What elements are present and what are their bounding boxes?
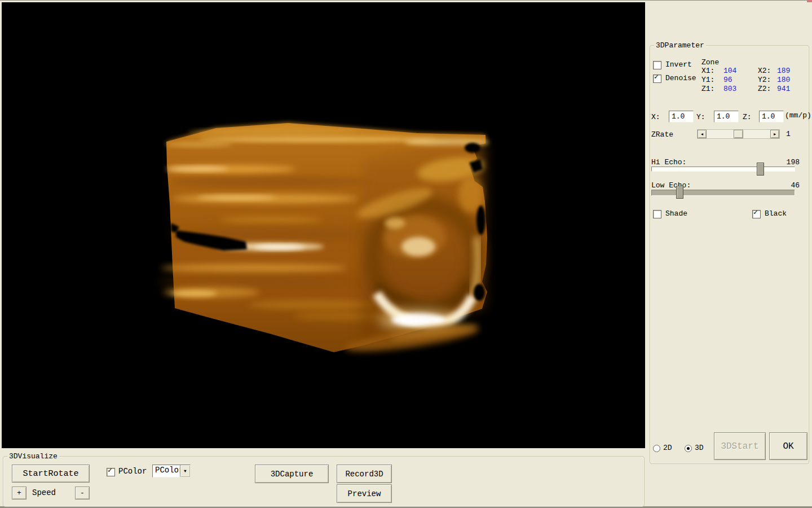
scroll-right-icon[interactable]: ► [770, 130, 779, 138]
check-icon: ✓ [753, 208, 758, 217]
shade-label: Shade [665, 209, 687, 218]
denoise-checkbox[interactable]: ✓ [653, 75, 661, 83]
close-button-sliver [807, 0, 812, 2]
capture-3d-button[interactable]: 3DCapture [255, 465, 329, 483]
zrate-scrollbar-thumb[interactable] [734, 130, 743, 138]
record-3d-button[interactable]: Record3D [337, 465, 392, 483]
pcolor-combobox-value: PColor [153, 465, 180, 477]
black-checkbox[interactable]: ✓ [752, 210, 761, 218]
mode-3d-radio[interactable] [685, 445, 692, 452]
check-icon: ✓ [108, 466, 112, 475]
voxel-z-input[interactable] [759, 111, 784, 122]
visualize-group-title: 3DVisualize [7, 452, 59, 461]
render-viewport[interactable] [2, 2, 645, 448]
zone-y1-value: 96 [723, 76, 732, 84]
zone-x2-value: 189 [777, 67, 790, 75]
zone-x1-value: 104 [723, 67, 736, 75]
low-echo-slider[interactable] [651, 190, 795, 196]
shade-checkbox[interactable] [653, 210, 661, 218]
pcolor-combobox[interactable]: PColor ▼ [152, 465, 191, 478]
volume-render-3d [2, 2, 645, 448]
zrate-value: 1 [786, 130, 791, 138]
voxel-y-label: Y: [696, 113, 705, 121]
low-echo-slider-thumb[interactable] [676, 186, 683, 199]
parameter-groupbox: 3DParameter [650, 45, 809, 464]
voxel-x-input[interactable] [669, 111, 694, 122]
preview-button[interactable]: Preview [337, 484, 392, 503]
denoise-label: Denoise [665, 74, 696, 82]
zone-z1-value: 803 [723, 85, 736, 93]
pcolor-checkbox[interactable]: ✓ [107, 468, 115, 476]
low-echo-value: 46 [773, 181, 800, 190]
voxel-unit-label: (mm/p) [785, 111, 811, 120]
zone-z2-value: 941 [777, 85, 790, 93]
zone-z2-label: Z2: [758, 85, 771, 93]
invert-checkbox[interactable] [653, 61, 661, 69]
zrate-label: ZRate [651, 130, 673, 139]
window-top-border [0, 0, 812, 1]
pcolor-label: PColor [118, 467, 147, 476]
parameter-group-title: 3DParameter [654, 41, 706, 50]
dropdown-arrow-icon[interactable]: ▼ [180, 465, 190, 477]
hi-echo-label: Hi Echo: [651, 158, 686, 167]
app-window: { "colors": { "panel_bg": "#ece9d8", "vi… [0, 0, 812, 508]
zrate-scrollbar[interactable]: ◄ ► [697, 129, 780, 139]
zone-y2-label: Y2: [758, 76, 771, 84]
zone-y2-value: 180 [777, 76, 790, 84]
zrate-scrollbar-track[interactable] [707, 130, 770, 138]
check-icon: ✓ [654, 73, 659, 81]
start-rotate-button[interactable]: StartRotate [12, 465, 90, 483]
speed-plus-button[interactable]: + [12, 487, 27, 500]
black-label: Black [765, 209, 787, 218]
mode-3d-label: 3D [695, 444, 704, 452]
mode-2d-radio[interactable] [653, 445, 660, 452]
speed-label: Speed [32, 489, 56, 497]
low-echo-label: Low Echo: [651, 181, 691, 190]
hi-echo-slider[interactable] [651, 167, 795, 172]
voxel-y-input[interactable] [714, 111, 739, 122]
mode-2d-label: 2D [663, 444, 672, 452]
zone-y1-label: Y1: [701, 76, 714, 84]
speed-minus-button[interactable]: - [75, 487, 90, 500]
voxel-z-label: Z: [743, 113, 752, 121]
hi-echo-slider-thumb[interactable] [757, 163, 764, 176]
scroll-left-icon[interactable]: ◄ [698, 130, 707, 138]
zone-x2-label: X2: [758, 67, 771, 75]
invert-label: Invert [665, 60, 692, 69]
voxel-x-label: X: [651, 113, 660, 121]
hi-echo-value: 198 [773, 158, 800, 167]
radio-dot [687, 447, 690, 450]
zone-z1-label: Z1: [701, 85, 714, 93]
zone-x1-label: X1: [701, 67, 714, 75]
ok-button[interactable]: OK [769, 432, 807, 460]
zone-title: Zone [701, 58, 719, 67]
start-3d-button[interactable]: 3DStart [714, 432, 766, 460]
